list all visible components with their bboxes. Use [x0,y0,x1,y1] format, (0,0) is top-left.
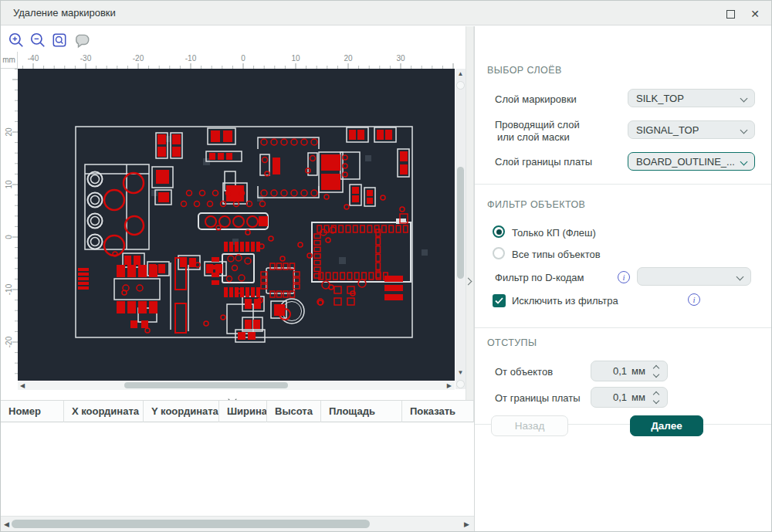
chevron-down-icon [740,158,748,166]
svg-text:-30: -30 [80,54,92,63]
zoom-window-button[interactable] [50,31,69,49]
chevron-down-icon [740,95,748,103]
viewer-toolbar [1,26,466,52]
table-horizontal-scrollbar: ◀ ▶ [1,516,474,531]
dcode-filter-label: Фильтр по D-кодам [495,272,584,283]
offset-border-label: От границы платы [495,392,581,404]
conductive-layer-label-line2: или слой маски [497,131,570,143]
chevron-down-icon [736,273,744,281]
scroll-right-icon[interactable]: ▶ [447,382,452,389]
results-table-body[interactable] [1,422,474,515]
svg-text:20: 20 [344,54,353,63]
svg-text:-10: -10 [185,54,197,63]
exclude-filter-label: Исключить из фильтра [512,295,618,307]
window-title: Удаление маркировки [13,7,116,19]
title-bar: Удаление маркировки ✕ [1,1,771,25]
offset-objects-input[interactable]: 0,1 мм [591,361,668,381]
outline-layer-label: Слой границы платы [495,156,592,168]
scroll-knob [456,81,465,90]
svg-text:-20: -20 [133,54,144,63]
table-header-cell[interactable]: Номер [1,401,64,422]
spinner-arrows-icon[interactable] [653,391,660,404]
info-icon[interactable]: i [618,271,630,283]
conductive-layer-dropdown[interactable]: SIGNAL_TOP [628,120,755,139]
svg-text:0: 0 [5,235,13,239]
marking-layer-dropdown[interactable]: SILK_TOP [628,89,755,107]
results-table-header: НомерX координатаY координатаШиринаВысот… [1,400,474,422]
radio-only-pads[interactable] [493,225,505,238]
layers-section-title: ВЫБОР СЛОЁВ [487,65,562,76]
pane-splitter[interactable] [466,26,474,400]
table-header-cell[interactable]: X координата [64,401,144,422]
offset-border-unit: мм [631,391,645,403]
scroll-right-icon[interactable]: ▶ [464,520,469,528]
scroll-left-icon[interactable]: ◀ [20,382,25,389]
area-select-button[interactable] [73,31,92,49]
offset-objects-value: 0,1 [613,365,627,377]
conductive-layer-value: SIGNAL_TOP [636,124,699,136]
scroll-knob [456,380,465,388]
marking-layer-value: SILK_TOP [636,93,684,104]
dcode-filter-dropdown[interactable] [637,267,751,286]
svg-text:0: 0 [241,54,245,63]
radio-all-objects[interactable] [493,247,505,259]
canvas-horizontal-scrollbar: ◀ ▶ [18,381,455,390]
offsets-section-title: ОТСТУПЫ [487,337,537,348]
dialog-window: Удаление маркировки ✕ [0,0,772,532]
table-header-cell[interactable]: Показать [402,401,474,422]
exclude-filter-checkbox[interactable] [493,294,506,307]
settings-panel: ВЫБОР СЛОЁВ Слой маркировки SILK_TOP Про… [475,26,772,532]
filter-section-title: ФИЛЬТР ОБЪЕКТОВ [487,199,585,210]
svg-text:30: 30 [396,54,405,63]
svg-text:10: 10 [5,180,13,189]
chevron-right-icon [465,278,472,286]
outline-layer-value: BOARD_OUTLINE_... [636,156,734,168]
radio-all-objects-label: Все типы объектов [512,249,601,260]
marking-layer-label: Слой маркировки [495,93,577,105]
checkmark-icon [495,297,503,304]
offset-objects-unit: мм [631,365,645,377]
spinner-arrows-icon[interactable] [653,365,660,378]
svg-text:-20: -20 [5,336,13,347]
offset-border-input[interactable]: 0,1 мм [591,387,668,408]
table-header-cell[interactable]: Ширина [219,401,267,422]
close-icon: ✕ [750,8,760,20]
radio-only-pads-label: Только КП (Флеш) [512,227,596,239]
table-header-cell[interactable]: Площадь [321,401,402,422]
table-header-cell[interactable]: Y координата [144,401,219,422]
scroll-up-icon[interactable]: ▲ [456,70,465,78]
svg-text:20: 20 [5,127,13,137]
back-button[interactable]: Назад [491,415,568,436]
svg-text:10: 10 [291,54,300,63]
outline-layer-dropdown[interactable]: BOARD_OUTLINE_... [628,152,755,171]
offset-objects-label: От объектов [495,366,553,378]
conductive-layer-label-line1: Проводящий слой [495,119,580,130]
horizontal-scroll-thumb[interactable] [124,382,288,388]
area-select-icon [74,32,91,49]
svg-text:-10: -10 [5,283,13,295]
zoom-out-button[interactable] [29,31,47,49]
vertical-scroll-thumb[interactable] [457,167,464,279]
table-scroll-thumb[interactable] [12,520,370,528]
scroll-left-icon[interactable]: ◀ [4,520,9,528]
maximize-icon [726,10,735,19]
offset-border-value: 0,1 [613,391,627,403]
next-button[interactable]: Далее [630,415,703,436]
table-header-cell[interactable]: Высота [267,401,321,422]
pcb-canvas[interactable] [18,69,455,381]
zoom-out-icon [29,32,46,49]
svg-text:-40: -40 [28,54,39,63]
close-button[interactable]: ✕ [748,7,762,21]
info-icon[interactable]: i [688,293,700,306]
maximize-button[interactable] [723,7,737,21]
zoom-in-icon [8,32,25,49]
vertical-ruler: 20100-10-20 [1,69,18,381]
horizontal-ruler: -40-30-20-100102030 [18,52,455,69]
viewer-pane: mm -40-30-20-100102030 20100-10-20 [1,26,474,532]
canvas-vertical-scrollbar: ▲ ▼ [455,69,466,389]
zoom-in-button[interactable] [7,31,25,49]
zoom-window-icon [51,32,68,49]
ruler-unit-label: mm [1,52,18,69]
scroll-down-icon[interactable]: ▼ [456,369,465,377]
chevron-down-icon [740,127,748,134]
